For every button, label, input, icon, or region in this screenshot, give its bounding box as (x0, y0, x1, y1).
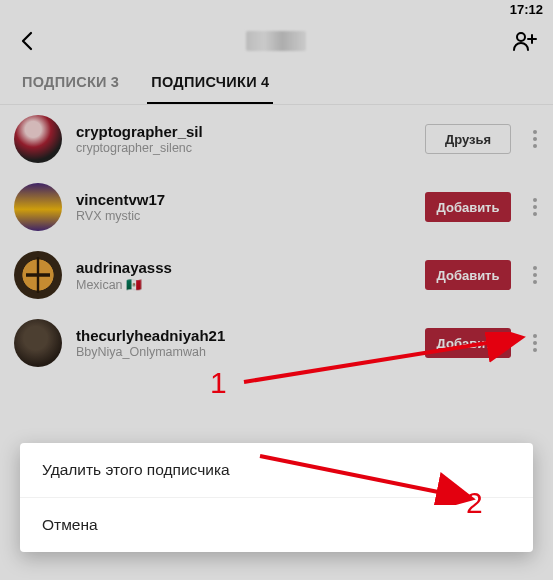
tab-label: ПОДПИСЧИКИ (151, 74, 257, 90)
username: cryptographer_sil (76, 123, 411, 140)
status-bar: 17:12 (0, 0, 553, 18)
annotation-label-1: 1 (210, 366, 227, 400)
page-title (246, 31, 306, 51)
avatar[interactable] (14, 183, 62, 231)
header (0, 18, 553, 64)
more-icon[interactable] (531, 124, 539, 154)
svg-line-3 (244, 338, 518, 382)
status-time: 17:12 (510, 2, 543, 17)
tab-count: 3 (111, 74, 119, 90)
svg-line-4 (260, 456, 468, 498)
avatar[interactable] (14, 115, 62, 163)
user-bio: RVX mystic (76, 209, 411, 223)
user-text: vincentvw17 RVX mystic (76, 191, 411, 223)
user-text: cryptographer_sil cryptographer_silenc (76, 123, 411, 155)
back-icon[interactable] (16, 29, 40, 53)
add-friend-icon[interactable] (511, 29, 537, 53)
list-item[interactable]: vincentvw17 RVX mystic Добавить (0, 173, 553, 241)
cancel-option[interactable]: Отмена (20, 497, 533, 552)
add-button[interactable]: Добавить (425, 260, 511, 290)
username: audrinayasss (76, 259, 411, 276)
username: vincentvw17 (76, 191, 411, 208)
annotation-arrow-2 (250, 450, 480, 505)
more-icon[interactable] (531, 192, 539, 222)
more-icon[interactable] (531, 260, 539, 290)
tab-count: 4 (261, 74, 269, 90)
annotation-arrow-1 (240, 332, 530, 392)
annotation-label-2: 2 (466, 486, 483, 520)
list-item[interactable]: audrinayasss Mexican 🇲🇽 Добавить (0, 241, 553, 309)
tab-followers[interactable]: ПОДПИСЧИКИ 4 (147, 64, 273, 104)
user-bio: cryptographer_silenc (76, 141, 411, 155)
friends-button[interactable]: Друзья (425, 124, 511, 154)
tab-label: ПОДПИСКИ (22, 74, 107, 90)
list-item[interactable]: cryptographer_sil cryptographer_silenc Д… (0, 105, 553, 173)
user-text: audrinayasss Mexican 🇲🇽 (76, 259, 411, 292)
avatar[interactable] (14, 319, 62, 367)
user-bio: Mexican 🇲🇽 (76, 277, 411, 292)
avatar[interactable] (14, 251, 62, 299)
svg-point-0 (517, 33, 525, 41)
more-icon[interactable] (531, 328, 539, 358)
add-button[interactable]: Добавить (425, 192, 511, 222)
tab-subscriptions[interactable]: ПОДПИСКИ 3 (18, 64, 123, 104)
tabs: ПОДПИСКИ 3 ПОДПИСЧИКИ 4 (0, 64, 553, 105)
